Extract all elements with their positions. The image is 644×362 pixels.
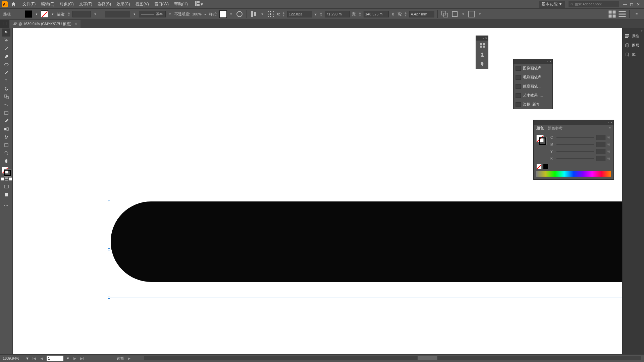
tab-close-icon[interactable]: × (75, 21, 77, 26)
color-mode-solid[interactable] (1, 177, 4, 181)
mini-panel-head[interactable]: «✕ (476, 36, 488, 41)
brush-lib-image[interactable]: 图像画笔库 (514, 64, 552, 73)
menu-view[interactable]: 视图(V) (133, 1, 152, 7)
selection-tool[interactable] (2, 28, 10, 37)
close-button[interactable]: ✕ (637, 2, 641, 7)
brush-definition[interactable]: 基本 (139, 11, 166, 17)
paintbrush-tool[interactable] (2, 69, 10, 77)
opacity-value[interactable]: 100% (192, 12, 202, 16)
stroke-indicator[interactable] (4, 170, 11, 176)
h-scrollbar[interactable] (144, 356, 641, 360)
shape-builder-icon[interactable] (441, 10, 449, 18)
x-field[interactable] (287, 11, 312, 17)
first-artboard-button[interactable]: |◀ (32, 356, 37, 361)
tab-color-guide[interactable]: 颜色参考 (548, 126, 562, 131)
brush-lib-artistic[interactable]: 艺术效果_... (514, 91, 552, 100)
dock-libraries[interactable]: 库 (623, 50, 644, 59)
fill-swatch[interactable] (25, 10, 32, 18)
zoom-level[interactable]: 1639.94% (3, 356, 23, 360)
free-transform-tool[interactable] (2, 109, 10, 117)
menu-window[interactable]: 窗口(W) (152, 1, 171, 7)
width-tool[interactable] (2, 101, 10, 109)
blend-tool[interactable] (2, 125, 10, 133)
symbol-sprayer-tool[interactable] (2, 133, 10, 141)
artboard-tool[interactable] (2, 141, 10, 149)
sel-handle-tl[interactable] (108, 200, 110, 202)
menu-effect[interactable]: 效果(C) (114, 1, 133, 7)
eyedropper-tool[interactable] (2, 117, 10, 125)
sel-handle-bl[interactable] (108, 297, 110, 299)
minimize-button[interactable]: — (623, 2, 628, 7)
h-field[interactable] (409, 11, 434, 17)
menu-type[interactable]: 文字(T) (76, 1, 95, 7)
panel-stroke-swatch[interactable] (539, 137, 546, 145)
color-mode-gradient[interactable] (5, 177, 8, 181)
transform-origin-icon[interactable] (267, 10, 275, 18)
none-swatch[interactable] (536, 164, 542, 169)
h-scrollbar-thumb[interactable] (418, 356, 437, 360)
black-swatch[interactable] (543, 164, 548, 169)
brush-lib-bristle[interactable]: 毛刷画笔库 (514, 73, 552, 82)
tab-color[interactable]: 颜色 (536, 126, 544, 131)
color-mode-none[interactable] (9, 177, 12, 181)
yellow-value[interactable] (596, 149, 605, 154)
color-panel-head[interactable]: «✕ (534, 120, 613, 125)
stock-search[interactable]: 搜索 Adobe Stock (569, 1, 619, 7)
artboard-field[interactable] (47, 356, 63, 361)
variable-width-field[interactable] (105, 11, 130, 17)
brush-lib-border[interactable]: 边框_新奇 (514, 100, 552, 109)
black-slider[interactable] (556, 158, 594, 159)
zoom-tool[interactable] (2, 149, 10, 157)
panel-menu-icon[interactable]: ≡ (633, 10, 641, 18)
fill-dropdown[interactable]: ▼ (34, 13, 39, 16)
arrange-docs-dropdown[interactable]: ▼ (200, 2, 204, 7)
yellow-slider[interactable] (556, 151, 594, 152)
dock-layers[interactable]: 图层 (623, 41, 644, 50)
pen-tool[interactable] (2, 53, 10, 61)
magenta-slider[interactable] (556, 144, 594, 145)
stroke-swatch[interactable] (41, 10, 48, 18)
transform-icon[interactable] (468, 10, 476, 18)
prev-artboard-button[interactable]: ◀ (39, 356, 44, 361)
document-tab[interactable]: -6* @ 1639.94% (CMYK/GPU 预览) × (9, 20, 80, 28)
style-swatch[interactable] (219, 10, 227, 18)
ellipse-tool[interactable] (2, 61, 10, 69)
magic-wand-tool[interactable] (2, 45, 10, 53)
maximize-button[interactable]: ◻ (630, 2, 635, 7)
color-spectrum[interactable] (536, 171, 611, 177)
magenta-value[interactable] (596, 142, 605, 147)
fill-stroke-indicator[interactable] (2, 167, 11, 176)
mini-panel-grid-icon[interactable] (476, 41, 489, 50)
recolor-icon[interactable] (235, 10, 244, 18)
align-panel-icon[interactable] (250, 10, 258, 18)
cyan-slider[interactable] (556, 137, 594, 138)
grid-icon[interactable] (608, 10, 616, 18)
tab-grip[interactable]: ⋮⋮ (0, 20, 9, 28)
y-field[interactable] (325, 11, 350, 17)
direct-selection-tool[interactable] (2, 37, 10, 45)
black-value[interactable] (596, 156, 605, 161)
menu-file[interactable]: 文件(F) (20, 1, 38, 7)
edit-toolbar[interactable]: ··· (2, 201, 10, 209)
panel-menu-icon[interactable]: ≡ (609, 126, 611, 130)
brush-panel-head[interactable]: «✕ (514, 59, 552, 64)
dock-properties[interactable]: 属性 (623, 31, 644, 41)
list-icon[interactable] (618, 10, 626, 18)
arrange-docs-icon[interactable] (195, 1, 200, 7)
home-icon[interactable] (10, 1, 16, 7)
stroke-weight-stepper[interactable]: ▲▼ (67, 11, 70, 17)
cyan-value[interactable] (596, 135, 605, 140)
menu-object[interactable]: 对象(O) (57, 1, 76, 7)
menu-edit[interactable]: 编辑(E) (38, 1, 57, 7)
link-wh-icon[interactable] (391, 10, 395, 18)
mini-panel-club-icon[interactable] (476, 59, 489, 69)
stroke-dropdown[interactable]: ▼ (50, 13, 55, 16)
sel-handle-ml[interactable] (108, 248, 110, 250)
rotate-tool[interactable] (2, 85, 10, 93)
change-screen-tool[interactable] (2, 191, 10, 199)
panel-fill-stroke[interactable] (536, 135, 546, 145)
brush-lib-pattern[interactable]: 颜度画笔... (514, 82, 552, 91)
menu-help[interactable]: 帮助(H) (171, 1, 191, 7)
type-tool[interactable]: T (2, 77, 10, 85)
status-menu[interactable]: ▶ (127, 356, 131, 361)
